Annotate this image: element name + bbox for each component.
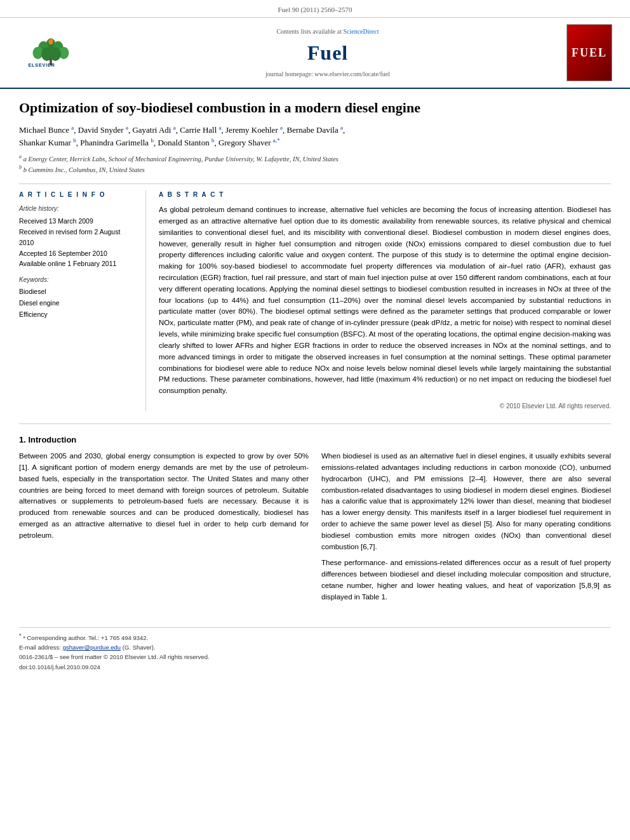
- footnote-email: E-mail address: gshaver@purdue.edu (G. S…: [19, 643, 611, 651]
- footnote-star: *: [19, 632, 22, 639]
- authors-line: Michael Bunce a, David Snyder a, Gayatri…: [19, 124, 611, 149]
- journal-title: Fuel: [95, 39, 560, 67]
- paper-title: Optimization of soy-biodiesel combustion…: [19, 99, 611, 117]
- doi-line: doi:10.1016/j.fuel.2010.09.024: [19, 663, 611, 671]
- elsevier-logo: ELSEVIER: [13, 37, 89, 69]
- history-label: Article history:: [19, 204, 135, 213]
- footnote-corresponding: * * Corresponding author. Tel.: +1 765 4…: [19, 632, 611, 642]
- page: Fuel 90 (2011) 2560–2570: [0, 0, 630, 840]
- available-date: Available online 1 February 2011: [19, 258, 135, 269]
- article-info-heading: A R T I C L E I N F O: [19, 190, 135, 199]
- fuel-cover-image: FUEL: [566, 24, 612, 81]
- abstract-heading: A B S T R A C T: [159, 190, 611, 199]
- intro-section-title: 1. Introduction: [19, 434, 611, 446]
- accepted-date: Accepted 16 September 2010: [19, 248, 135, 259]
- elsevier-tree-icon: ELSEVIER: [25, 37, 76, 69]
- abstract-col: A B S T R A C T As global petroleum dema…: [159, 190, 611, 411]
- elsevier-logo-area: ELSEVIER: [13, 37, 89, 69]
- article-info-col: A R T I C L E I N F O Article history: R…: [19, 190, 146, 411]
- keywords-label: Keywords:: [19, 276, 135, 284]
- svg-text:ELSEVIER: ELSEVIER: [28, 63, 55, 68]
- top-bar: Fuel 90 (2011) 2560–2570: [0, 0, 630, 18]
- intro-col-left: Between 2005 and 2030, global energy con…: [19, 451, 309, 608]
- keyword-efficiency: Efficiency: [19, 309, 135, 321]
- journal-header: ELSEVIER Contents lists available at Sci…: [0, 18, 630, 89]
- svg-point-9: [48, 39, 53, 45]
- sciencedirect-line: Contents lists available at ScienceDirec…: [95, 27, 560, 36]
- intro-text-left: Between 2005 and 2030, global energy con…: [19, 451, 309, 542]
- email-link[interactable]: gshaver@purdue.edu: [63, 644, 121, 651]
- affiliations: a a Energy Center, Herrick Labs, School …: [19, 153, 611, 175]
- intro-body: Between 2005 and 2030, global energy con…: [19, 451, 611, 608]
- received-date: Received 13 March 2009: [19, 216, 135, 227]
- intro-text-right: When biodiesel is used as an alternative…: [321, 451, 611, 603]
- main-content: Optimization of soy-biodiesel combustion…: [0, 89, 630, 685]
- keyword-diesel-engine: Diesel engine: [19, 298, 135, 309]
- keyword-biodiesel: Biodiesel: [19, 286, 135, 298]
- revised-date: Received in revised form 2 August 2010: [19, 227, 135, 248]
- sciencedirect-link[interactable]: ScienceDirect: [343, 28, 379, 35]
- journal-cover: FUEL: [566, 24, 617, 81]
- issn-line: 0016-2361/$ – see front matter © 2010 El…: [19, 653, 611, 661]
- introduction-section: 1. Introduction Between 2005 and 2030, g…: [19, 423, 611, 608]
- info-abstract-section: A R T I C L E I N F O Article history: R…: [19, 190, 611, 411]
- page-footer: * * Corresponding author. Tel.: +1 765 4…: [19, 627, 611, 671]
- journal-header-center: Contents lists available at ScienceDirec…: [95, 27, 560, 79]
- intro-col-right: When biodiesel is used as an alternative…: [321, 451, 611, 608]
- journal-ref: Fuel 90 (2011) 2560–2570: [278, 6, 352, 13]
- copyright-line: © 2010 Elsevier Ltd. All rights reserved…: [159, 402, 611, 411]
- divider-1: [19, 183, 611, 184]
- journal-homepage: journal homepage: www.elsevier.com/locat…: [95, 70, 560, 79]
- abstract-text: As global petroleum demand continues to …: [159, 204, 611, 397]
